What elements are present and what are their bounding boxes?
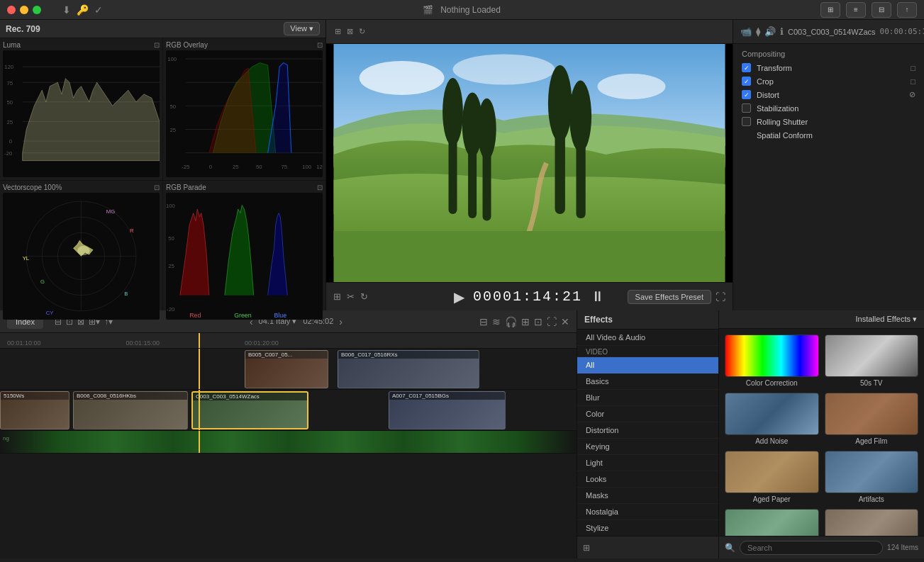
timeline-icon-waveform[interactable]: ≋	[492, 316, 501, 327]
layout-list-button[interactable]: ≡	[846, 2, 866, 18]
clip-0515ws[interactable]: 5150Ws	[0, 391, 69, 429]
audio-waveform	[0, 431, 577, 453]
toolbar-icon-clip[interactable]: ⊠	[347, 27, 353, 36]
effect-artifacts-label: Artifacts	[825, 495, 919, 503]
stabilization-item[interactable]: Stabilization	[733, 101, 924, 115]
svg-text:25: 25	[233, 164, 239, 170]
toolbar-icon-layout[interactable]: ⊞	[335, 27, 341, 36]
distort-item[interactable]: Distort ⊘	[733, 88, 924, 101]
timeline-icon-connection[interactable]: ⊞	[521, 316, 530, 327]
inspector-filter-icon[interactable]: ⧫	[756, 26, 760, 37]
timeline-icon-clip2[interactable]: ⊡	[534, 316, 542, 327]
effect-aged-film[interactable]: Aged Film	[825, 393, 919, 445]
toolbar-icon-arrow[interactable]: ↻	[359, 27, 365, 36]
rolling-shutter-checkbox[interactable]	[742, 117, 751, 126]
inspector-info-icon[interactable]: ℹ	[780, 26, 784, 37]
playback-trim-icon[interactable]: ✂	[347, 291, 355, 302]
vectorscope-settings-icon[interactable]: ⊡	[154, 184, 160, 191]
clip-a007[interactable]: A007_C017_0515BGs	[389, 391, 506, 429]
window-controls[interactable]	[7, 6, 41, 14]
download-icon[interactable]: ⬇	[62, 4, 71, 16]
effect-color-correction[interactable]: Color Correction	[725, 335, 819, 387]
inspector-filename: C003_C003_0514WZacs	[788, 28, 876, 36]
effects-category-keying[interactable]: Keying	[577, 439, 718, 455]
rolling-shutter-label: Rolling Shutter	[757, 118, 915, 126]
effect-50s-tv[interactable]: 50s TV	[825, 335, 919, 387]
effects-category-nostalgia[interactable]: Nostalgia	[577, 504, 718, 520]
effects-category-light[interactable]: Light	[577, 455, 718, 471]
layout-grid-button[interactable]: ⊞	[820, 2, 840, 18]
effect-misc1[interactable]	[725, 509, 819, 536]
pause-button[interactable]: ⏸	[591, 288, 605, 305]
rgb-parade-settings-icon[interactable]: ⊡	[317, 184, 323, 191]
inspector-panel: 📹 ⧫ 🔊 ℹ C003_C003_0514WZacs 00:00:05:19 …	[733, 20, 924, 310]
effect-misc1-thumbnail	[725, 509, 819, 536]
effect-misc2[interactable]	[825, 509, 919, 536]
effects-category-color[interactable]: Color	[577, 406, 718, 422]
add-noise-thumb-image	[725, 393, 818, 434]
luma-settings-icon[interactable]: ⊡	[154, 41, 160, 49]
rgb-parade-canvas: 100 50 25 -20 Red Green Blue	[166, 193, 323, 320]
effects-category-all-video-audio[interactable]: All Video & Audio	[577, 330, 718, 346]
inspector-video-icon[interactable]: 📹	[740, 26, 752, 37]
clip-b005[interactable]: B005_C007_05...	[245, 350, 328, 388]
distort-checkbox[interactable]	[742, 90, 751, 99]
misc2-thumb-image	[825, 510, 918, 536]
playhead-marker[interactable]	[199, 333, 200, 348]
clip-b006-c008[interactable]: B006_C008_0516HKbs	[73, 391, 188, 429]
spatial-conform-item[interactable]: Spatial Conform	[733, 128, 924, 142]
timeline-right-icons: ⊟ ≋ 🎧 ⊞ ⊡ ⛶ ✕	[479, 316, 569, 327]
stabilization-checkbox[interactable]	[742, 103, 751, 113]
effects-category-masks[interactable]: Masks	[577, 488, 718, 504]
clip-c003[interactable]: C003_C003_0514WZacs	[191, 391, 308, 429]
check-icon[interactable]: ✓	[94, 4, 103, 16]
share-button[interactable]: ↑	[897, 2, 917, 18]
fullscreen-button[interactable]	[33, 6, 41, 14]
save-effects-preset-button[interactable]: Save Effects Preset	[628, 290, 711, 304]
titlebar-center: 🎬 Nothing Loaded	[103, 5, 820, 15]
transform-checkbox[interactable]	[742, 63, 751, 72]
transform-item[interactable]: Transform □	[733, 61, 924, 74]
timeline-icon-clip-select[interactable]: ⊟	[479, 316, 488, 327]
crop-item[interactable]: Crop □	[733, 74, 924, 88]
minimize-button[interactable]	[20, 6, 28, 14]
fullscreen-icon[interactable]: ⛶	[716, 291, 725, 303]
playback-layout-icon[interactable]: ⊞	[333, 291, 341, 302]
rolling-shutter-item[interactable]: Rolling Shutter	[733, 115, 924, 128]
close-button[interactable]	[7, 6, 16, 14]
effect-color-correction-label: Color Correction	[725, 379, 819, 387]
effects-category-all[interactable]: All	[577, 357, 718, 373]
effects-category-distortion[interactable]: Distortion	[577, 422, 718, 439]
effects-category-icon[interactable]: ⊞	[583, 543, 590, 553]
play-button[interactable]: ▶	[454, 288, 464, 305]
effects-category-basics[interactable]: Basics	[577, 373, 718, 390]
rgb-parade-title: RGB Parade	[166, 184, 206, 191]
crop-checkbox[interactable]	[742, 77, 751, 86]
svg-text:Green: Green	[234, 311, 252, 318]
effects-category-stylize[interactable]: Stylize	[577, 520, 718, 536]
key-icon[interactable]: 🔑	[77, 4, 89, 16]
effect-aged-paper[interactable]: Aged Paper	[725, 451, 819, 503]
effects-search-input[interactable]	[740, 541, 883, 555]
svg-text:G: G	[40, 279, 45, 285]
timeline-nav-next[interactable]: ›	[339, 316, 343, 327]
playback-action-icon[interactable]: ↻	[360, 291, 368, 302]
50s-tv-thumb-image	[825, 335, 918, 376]
effects-category-looks[interactable]: Looks	[577, 471, 718, 488]
timeline-icon-close[interactable]: ✕	[561, 316, 569, 327]
timeline-icon-zoom[interactable]: ⛶	[547, 316, 557, 327]
scopes-view-button[interactable]: View ▾	[284, 22, 320, 35]
layout-split-button[interactable]: ⊟	[872, 2, 891, 18]
rgb-overlay-settings-icon[interactable]: ⊡	[317, 41, 323, 49]
timeline-icon-headphone[interactable]: 🎧	[505, 316, 517, 327]
camera-icon: 🎬	[423, 5, 433, 15]
effect-artifacts[interactable]: Artifacts	[825, 451, 919, 503]
effect-add-noise[interactable]: Add Noise	[725, 393, 819, 445]
upper-area: Rec. 709 View ▾ Luma ⊡	[0, 20, 924, 310]
effects-category-video[interactable]: VIDEO	[577, 346, 718, 357]
inspector-audio-icon[interactable]: 🔊	[764, 26, 776, 37]
clip-b006-c017[interactable]: B006_C017_0516RXs	[338, 350, 479, 388]
rgb-parade-graph: 100 50 25 -20 Red Green Blue	[166, 193, 323, 320]
effects-category-blur[interactable]: Blur	[577, 390, 718, 406]
installed-effects-label[interactable]: Installed Effects ▾	[855, 315, 917, 324]
